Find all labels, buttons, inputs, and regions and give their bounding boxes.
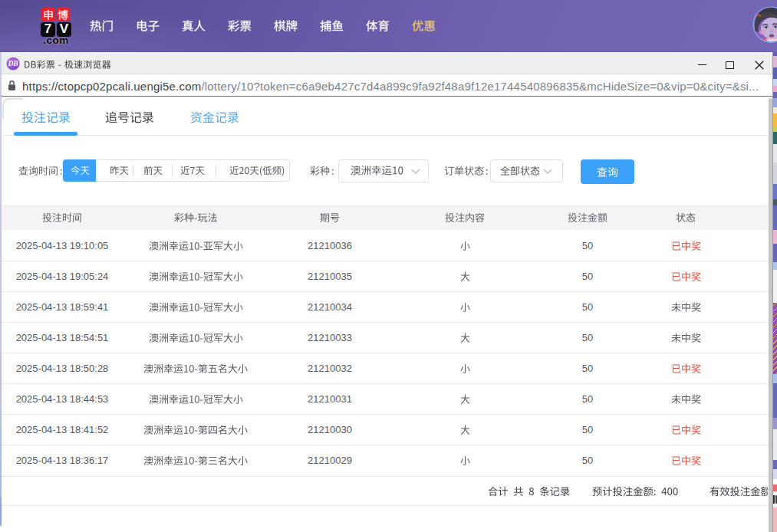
svg-text:DB: DB (7, 60, 18, 67)
